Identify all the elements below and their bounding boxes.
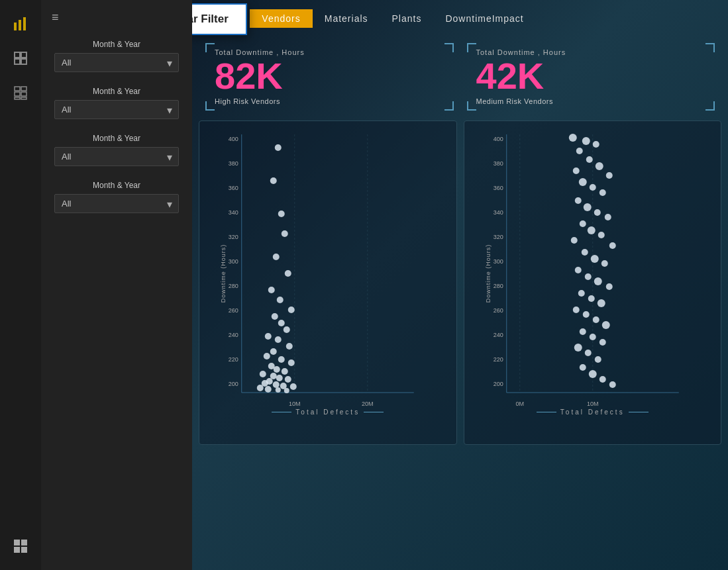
svg-point-59 — [260, 371, 266, 377]
svg-text:20M: 20M — [362, 401, 374, 407]
svg-text:320: 320 — [493, 234, 503, 240]
svg-text:360: 360 — [493, 185, 503, 191]
svg-point-62 — [285, 376, 291, 383]
filter-group-3: Month & Year All — [54, 134, 179, 166]
svg-point-96 — [572, 167, 579, 174]
svg-text:10M: 10M — [586, 401, 598, 407]
svg-point-110 — [581, 249, 588, 256]
windows-icon[interactable] — [7, 533, 34, 559]
svg-text:400: 400 — [493, 136, 503, 142]
svg-point-38 — [270, 177, 277, 184]
svg-text:10M: 10M — [289, 401, 301, 407]
svg-point-91 — [582, 137, 590, 145]
svg-point-133 — [609, 381, 615, 388]
filter-label-1: Month & Year — [54, 40, 179, 49]
svg-text:300: 300 — [493, 258, 503, 265]
svg-point-101 — [574, 197, 581, 204]
nav-vendors[interactable]: Vendors — [250, 9, 312, 28]
filter-select-4[interactable]: All — [54, 194, 179, 213]
svg-point-41 — [273, 254, 280, 260]
svg-point-130 — [579, 364, 586, 371]
svg-rect-1 — [19, 20, 21, 30]
svg-point-58 — [282, 368, 288, 375]
filter-select-1[interactable]: All — [54, 53, 179, 72]
svg-point-68 — [257, 385, 264, 391]
svg-point-92 — [592, 141, 599, 148]
svg-point-46 — [272, 313, 278, 320]
svg-text:340: 340 — [493, 209, 503, 216]
stat-value-2: 42K — [476, 58, 706, 95]
svg-point-70 — [276, 387, 281, 393]
svg-rect-10 — [21, 92, 26, 96]
svg-rect-16 — [21, 547, 27, 553]
svg-point-122 — [592, 316, 599, 323]
svg-point-57 — [274, 366, 280, 373]
svg-point-69 — [265, 386, 272, 393]
svg-point-52 — [270, 348, 277, 355]
clear-filter-tooltip[interactable]: Clear Filter — [192, 3, 247, 35]
filter-group-2: Month & Year All — [54, 87, 179, 119]
svg-point-45 — [288, 307, 295, 313]
svg-point-117 — [578, 290, 584, 297]
svg-point-124 — [579, 328, 586, 335]
filter-group-1: Month & Year All — [54, 40, 179, 72]
svg-point-48 — [284, 326, 290, 333]
svg-point-100 — [599, 189, 605, 196]
svg-point-114 — [584, 273, 591, 280]
svg-rect-7 — [15, 87, 20, 91]
nav-downtime-impact[interactable]: DowntimeImpact — [433, 9, 535, 28]
svg-point-94 — [586, 156, 592, 163]
svg-point-104 — [604, 214, 611, 220]
svg-point-61 — [276, 375, 283, 381]
charts-row: 400 380 360 340 320 300 280 260 240 220 … — [192, 120, 728, 445]
svg-point-103 — [594, 209, 600, 216]
svg-point-111 — [590, 255, 598, 263]
filter-select-3[interactable]: All — [54, 147, 179, 166]
scatter-chart-1: 400 380 360 340 320 300 280 260 240 220 … — [206, 128, 450, 412]
svg-point-53 — [264, 353, 270, 359]
filter-select-wrapper-1: All — [54, 53, 179, 72]
filter-select-2[interactable]: All — [54, 100, 179, 119]
filter-select-wrapper-3: All — [54, 147, 179, 166]
filter-select-wrapper-4: All — [54, 194, 179, 213]
nav-plants[interactable]: Plants — [380, 9, 434, 28]
svg-point-132 — [599, 376, 605, 383]
svg-point-128 — [584, 350, 591, 356]
svg-text:220: 220 — [493, 356, 503, 363]
svg-point-43 — [268, 287, 275, 293]
svg-rect-8 — [21, 87, 26, 91]
svg-text:Downtime (Hours): Downtime (Hours) — [484, 244, 491, 303]
stat-sublabel-2: Medium Risk Vendors — [476, 97, 706, 105]
svg-point-126 — [599, 339, 605, 346]
svg-point-129 — [594, 356, 601, 363]
filter-select-wrapper-2: All — [54, 100, 179, 119]
svg-rect-0 — [14, 23, 17, 30]
svg-point-120 — [572, 307, 579, 313]
svg-point-65 — [273, 381, 280, 388]
svg-point-99 — [589, 184, 596, 191]
stat-sublabel-1: High Risk Vendors — [215, 97, 444, 105]
svg-point-90 — [568, 134, 576, 142]
svg-text:220: 220 — [229, 356, 238, 363]
svg-text:380: 380 — [493, 160, 503, 167]
stat-card-medium-risk: Total Downtime , Hours 42K Medium Risk V… — [467, 43, 715, 111]
stat-value-1: 82K — [215, 58, 444, 95]
svg-text:0M: 0M — [515, 401, 524, 407]
chart-medium-risk: 400 380 360 340 320 300 280 260 240 220 … — [464, 120, 722, 445]
svg-text:300: 300 — [229, 258, 238, 265]
svg-point-39 — [278, 211, 285, 217]
nav-materials[interactable]: Materials — [313, 9, 380, 28]
layers-nav-icon[interactable] — [7, 79, 34, 106]
bar-chart-nav-icon[interactable] — [7, 11, 34, 37]
svg-point-60 — [270, 373, 277, 379]
svg-point-106 — [587, 226, 595, 234]
svg-text:260: 260 — [229, 307, 238, 314]
svg-rect-13 — [14, 540, 20, 546]
svg-point-108 — [570, 237, 577, 244]
svg-text:280: 280 — [229, 283, 238, 289]
svg-rect-5 — [15, 59, 20, 64]
svg-point-54 — [278, 356, 285, 363]
filter-label-3: Month & Year — [54, 134, 179, 143]
hamburger-menu[interactable]: ≡ — [52, 11, 59, 24]
grid-nav-icon[interactable] — [7, 45, 34, 71]
